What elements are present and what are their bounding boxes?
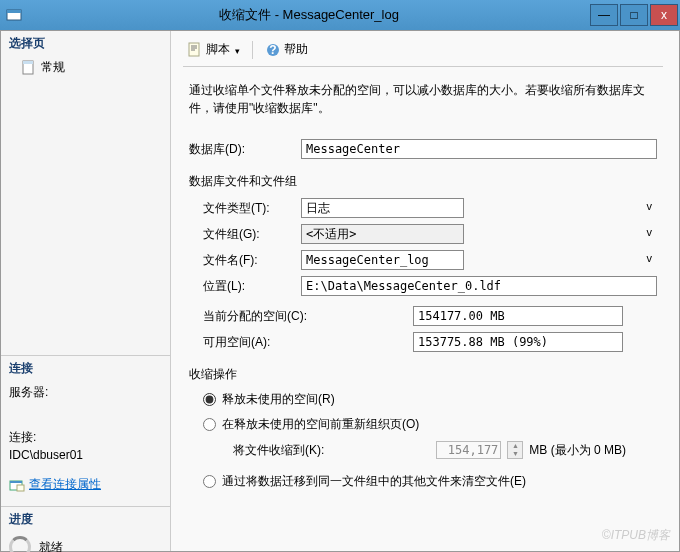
available-label: 可用空间(A):: [203, 334, 333, 351]
spinner-icon: [9, 536, 31, 552]
sidebar: 选择页 常规 连接 服务器: 连接: IDC\dbuser01 查看连接属性 进…: [1, 31, 171, 551]
help-icon: ?: [265, 42, 281, 58]
filegroup-select: [301, 224, 464, 244]
filetype-label: 文件类型(T):: [203, 200, 301, 217]
toolbar: 脚本 ? 帮助: [183, 39, 663, 67]
radio-reorganize[interactable]: [203, 418, 216, 431]
shrink-to-unit: MB (最小为 0 MB): [529, 442, 626, 459]
page-icon: [21, 60, 37, 76]
help-button[interactable]: ? 帮助: [261, 39, 312, 60]
close-button[interactable]: x: [650, 4, 678, 26]
database-field: [301, 139, 657, 159]
filetype-select[interactable]: [301, 198, 464, 218]
description-text: 通过收缩单个文件释放未分配的空间，可以减小数据库的大小。若要收缩所有数据库文件，…: [189, 81, 657, 117]
location-field: [301, 276, 657, 296]
sidebar-item-general[interactable]: 常规: [1, 56, 170, 79]
status-text: 就绪: [39, 539, 63, 553]
svg-rect-6: [17, 485, 24, 491]
chevron-down-icon: [233, 43, 240, 57]
up-arrow-icon: ▲: [508, 442, 522, 450]
view-connection-props[interactable]: 查看连接属性: [1, 473, 170, 496]
allocated-field: [413, 306, 623, 326]
sidebar-item-label: 常规: [41, 59, 65, 76]
script-icon: [187, 42, 203, 58]
connection-value: IDC\dbuser01: [9, 448, 83, 462]
shrink-to-label: 将文件收缩到(K):: [233, 442, 324, 459]
allocated-label: 当前分配的空间(C):: [203, 308, 333, 325]
filename-select[interactable]: [301, 250, 464, 270]
radio-empty-label: 通过将数据迁移到同一文件组中的其他文件来清空文件(E): [222, 473, 526, 490]
connection-label: 连接:: [9, 429, 36, 446]
down-arrow-icon: ▼: [508, 450, 522, 458]
watermark: ©ITPUB博客: [602, 527, 670, 544]
location-label: 位置(L):: [203, 278, 301, 295]
view-props-link[interactable]: 查看连接属性: [29, 476, 101, 493]
radio-release-unused[interactable]: [203, 393, 216, 406]
shrink-to-input[interactable]: 154,177: [436, 441, 501, 459]
svg-rect-3: [23, 61, 33, 64]
connection-header: 连接: [1, 356, 170, 381]
filename-label: 文件名(F):: [203, 252, 301, 269]
radio-empty-file[interactable]: [203, 475, 216, 488]
main-panel: 脚本 ? 帮助 通过收缩单个文件释放未分配的空间，可以减小数据库的大小。若要收缩…: [171, 31, 679, 551]
app-icon: [6, 7, 22, 23]
svg-rect-5: [10, 481, 22, 483]
svg-text:?: ?: [269, 43, 276, 57]
spinner-updown[interactable]: ▲▼: [507, 441, 523, 459]
window-titlebar: 收缩文件 - MessageCenter_log — □ x: [0, 0, 680, 30]
radio-release-label: 释放未使用的空间(R): [222, 391, 335, 408]
maximize-button[interactable]: □: [620, 4, 648, 26]
script-button[interactable]: 脚本: [183, 39, 244, 60]
available-field: [413, 332, 623, 352]
radio-reorg-label: 在释放未使用的空间前重新组织页(O): [222, 416, 419, 433]
select-page-header: 选择页: [1, 31, 170, 56]
filegroup-label: 文件组(G):: [203, 226, 301, 243]
files-section-title: 数据库文件和文件组: [189, 173, 657, 190]
status-ready: 就绪: [1, 532, 170, 552]
shrink-section-title: 收缩操作: [189, 366, 657, 383]
server-label: 服务器:: [9, 384, 48, 401]
properties-icon: [9, 477, 25, 493]
database-label: 数据库(D):: [189, 141, 301, 158]
minimize-button[interactable]: —: [590, 4, 618, 26]
svg-rect-1: [7, 10, 21, 13]
progress-header: 进度: [1, 507, 170, 532]
window-title: 收缩文件 - MessageCenter_log: [28, 6, 590, 24]
